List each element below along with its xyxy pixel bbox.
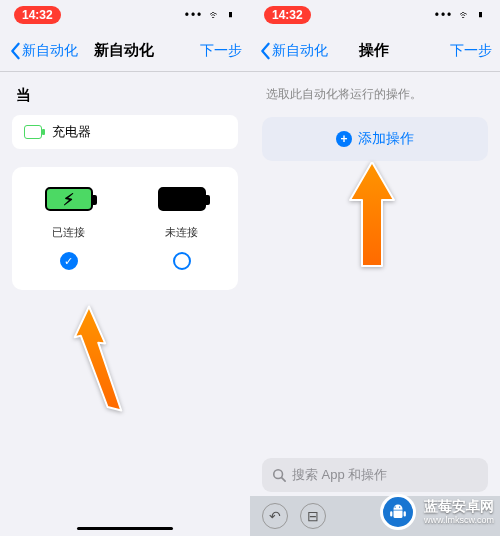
- chevron-left-icon: [8, 42, 22, 60]
- watermark-name: 蓝莓安卓网: [424, 498, 494, 515]
- annotation-arrow-right: [342, 162, 402, 276]
- subtitle: 选取此自动化将运行的操作。: [250, 72, 500, 117]
- next-button[interactable]: 下一步: [200, 42, 242, 60]
- status-bar: 14:32 ••• ᯤ ▮: [0, 0, 250, 30]
- option-connected-label: 已连接: [52, 225, 85, 240]
- status-icons: ••• ᯤ ▮: [185, 8, 236, 22]
- phone-left-screenshot: 14:32 ••• ᯤ ▮ 新自动化 新自动化 下一步 当 充电器 ⚡︎ 已连接…: [0, 0, 250, 536]
- nav-title: 操作: [298, 41, 450, 60]
- search-icon: [272, 468, 286, 482]
- time-badge: 14:32: [14, 6, 61, 24]
- add-action-button[interactable]: + 添加操作: [262, 117, 488, 161]
- home-indicator[interactable]: [77, 527, 173, 530]
- nav-title: 新自动化: [48, 41, 200, 60]
- nav-bar-left: 新自动化 新自动化 下一步: [0, 30, 250, 72]
- clipboard-button[interactable]: ⊟: [300, 503, 326, 529]
- nav-bar-right: 新自动化 操作 下一步: [250, 30, 500, 72]
- plus-icon: +: [336, 131, 352, 147]
- option-disconnected[interactable]: 未连接: [125, 187, 238, 270]
- option-disconnected-label: 未连接: [165, 225, 198, 240]
- chevron-left-icon: [258, 42, 272, 60]
- options-card: ⚡︎ 已连接 ✓ 未连接: [12, 167, 238, 290]
- search-placeholder: 搜索 App 和操作: [292, 466, 387, 484]
- annotation-arrow-left: [64, 302, 134, 416]
- content-right: 选取此自动化将运行的操作。 + 添加操作 搜索 App 和操作 ↶ ⊟: [250, 72, 500, 536]
- watermark-url: www.lmkscw.com: [424, 515, 494, 526]
- chip-label: 充电器: [52, 123, 91, 141]
- charger-icon: [24, 125, 42, 139]
- watermark: 蓝莓安卓网 www.lmkscw.com: [380, 494, 494, 530]
- next-button[interactable]: 下一步: [450, 42, 492, 60]
- content-left: 当 充电器 ⚡︎ 已连接 ✓ 未连接: [0, 72, 250, 536]
- option-connected[interactable]: ⚡︎ 已连接 ✓: [12, 187, 125, 270]
- watermark-logo: [380, 494, 416, 530]
- radio-disconnected[interactable]: [173, 252, 191, 270]
- status-bar: 14:32 ••• ᯤ ▮: [250, 0, 500, 30]
- radio-connected[interactable]: ✓: [60, 252, 78, 270]
- time-badge: 14:32: [264, 6, 311, 24]
- charger-chip[interactable]: 充电器: [12, 115, 238, 149]
- phone-right-screenshot: 14:32 ••• ᯤ ▮ 新自动化 操作 下一步 选取此自动化将运行的操作。 …: [250, 0, 500, 536]
- add-action-label: 添加操作: [358, 130, 414, 148]
- battery-disconnected-icon: [158, 187, 206, 211]
- undo-button[interactable]: ↶: [262, 503, 288, 529]
- svg-line-1: [282, 478, 286, 482]
- status-icons: ••• ᯤ ▮: [435, 8, 486, 22]
- when-label: 当: [0, 72, 250, 115]
- search-field[interactable]: 搜索 App 和操作: [262, 458, 488, 492]
- battery-connected-icon: ⚡︎: [45, 187, 93, 211]
